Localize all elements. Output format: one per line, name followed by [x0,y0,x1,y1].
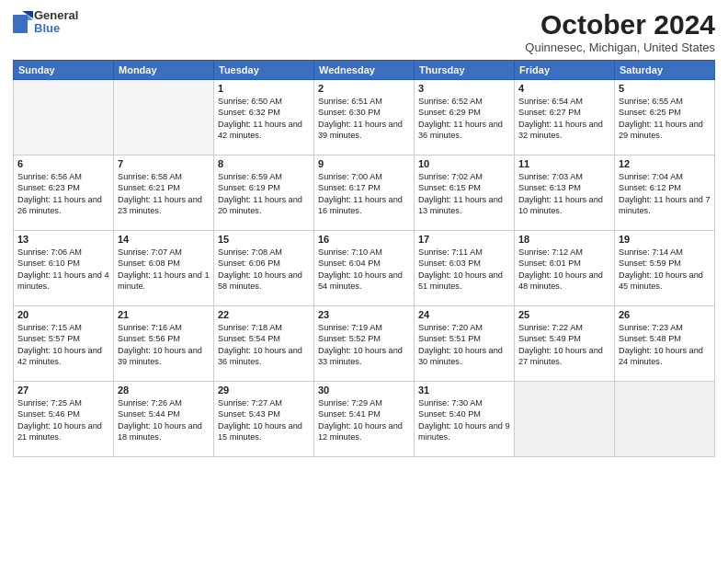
day-info: Sunrise: 7:23 AMSunset: 5:48 PMDaylight:… [619,322,711,368]
day-info: Sunrise: 6:55 AMSunset: 6:25 PMDaylight:… [619,96,711,142]
day-info: Sunrise: 7:25 AMSunset: 5:46 PMDaylight:… [17,397,109,443]
day-info: Sunrise: 7:00 AMSunset: 6:17 PMDaylight:… [318,171,410,217]
day-number: 6 [17,158,109,169]
month-title: October 2024 [525,9,715,40]
day-number: 29 [218,385,310,396]
calendar-cell: 14Sunrise: 7:07 AMSunset: 6:08 PMDayligh… [114,231,214,306]
day-number: 11 [518,158,610,169]
day-number: 7 [118,158,210,169]
logo-line1: General [34,9,78,22]
day-number: 2 [318,83,410,94]
calendar-cell: 25Sunrise: 7:22 AMSunset: 5:49 PMDayligh… [515,306,615,382]
day-number: 30 [318,385,410,396]
day-number: 24 [418,309,510,320]
weekday-header-friday: Friday [515,61,615,80]
day-number: 20 [17,309,109,320]
day-info: Sunrise: 7:03 AMSunset: 6:13 PMDaylight:… [518,171,610,217]
day-info: Sunrise: 6:56 AMSunset: 6:23 PMDaylight:… [17,171,109,217]
day-number: 5 [619,83,711,94]
day-info: Sunrise: 7:27 AMSunset: 5:43 PMDaylight:… [218,397,310,443]
day-info: Sunrise: 7:04 AMSunset: 6:12 PMDaylight:… [619,171,711,217]
calendar-cell: 18Sunrise: 7:12 AMSunset: 6:01 PMDayligh… [515,231,615,306]
calendar-cell: 3Sunrise: 6:52 AMSunset: 6:29 PMDaylight… [415,80,515,155]
day-info: Sunrise: 6:52 AMSunset: 6:29 PMDaylight:… [418,96,510,142]
day-info: Sunrise: 7:18 AMSunset: 5:54 PMDaylight:… [218,322,310,368]
day-info: Sunrise: 7:16 AMSunset: 5:56 PMDaylight:… [118,322,210,368]
calendar-cell: 13Sunrise: 7:06 AMSunset: 6:10 PMDayligh… [14,231,114,306]
weekday-header-tuesday: Tuesday [214,61,314,80]
logo-text: General Blue [34,9,78,36]
day-info: Sunrise: 7:26 AMSunset: 5:44 PMDaylight:… [118,397,210,443]
calendar-cell: 16Sunrise: 7:10 AMSunset: 6:04 PMDayligh… [314,231,415,306]
calendar-cell: 12Sunrise: 7:04 AMSunset: 6:12 PMDayligh… [615,155,715,231]
day-info: Sunrise: 7:06 AMSunset: 6:10 PMDaylight:… [17,247,109,293]
calendar-cell: 31Sunrise: 7:30 AMSunset: 5:40 PMDayligh… [415,382,515,457]
day-number: 15 [218,234,310,245]
day-number: 9 [318,158,410,169]
calendar-cell [114,80,214,155]
calendar-week-3: 13Sunrise: 7:06 AMSunset: 6:10 PMDayligh… [14,231,715,306]
day-number: 21 [118,309,210,320]
day-info: Sunrise: 7:15 AMSunset: 5:57 PMDaylight:… [17,322,109,368]
calendar-cell: 26Sunrise: 7:23 AMSunset: 5:48 PMDayligh… [615,306,715,382]
weekday-header-row: SundayMondayTuesdayWednesdayThursdayFrid… [14,61,715,80]
day-info: Sunrise: 6:51 AMSunset: 6:30 PMDaylight:… [318,96,410,142]
calendar-cell: 24Sunrise: 7:20 AMSunset: 5:51 PMDayligh… [415,306,515,382]
calendar-cell: 23Sunrise: 7:19 AMSunset: 5:52 PMDayligh… [314,306,415,382]
day-number: 13 [17,234,109,245]
logo-icon [13,11,31,33]
calendar-cell: 7Sunrise: 6:58 AMSunset: 6:21 PMDaylight… [114,155,214,231]
calendar-cell: 22Sunrise: 7:18 AMSunset: 5:54 PMDayligh… [214,306,314,382]
day-number: 18 [518,234,610,245]
calendar-cell: 1Sunrise: 6:50 AMSunset: 6:32 PMDaylight… [214,80,314,155]
calendar-body: 1Sunrise: 6:50 AMSunset: 6:32 PMDaylight… [14,80,715,457]
day-info: Sunrise: 6:59 AMSunset: 6:19 PMDaylight:… [218,171,310,217]
day-number: 28 [118,385,210,396]
calendar-week-1: 1Sunrise: 6:50 AMSunset: 6:32 PMDaylight… [14,80,715,155]
title-block: October 2024 Quinnesec, Michigan, United… [525,9,715,54]
day-info: Sunrise: 6:54 AMSunset: 6:27 PMDaylight:… [518,96,610,142]
day-number: 17 [418,234,510,245]
logo: General Blue [13,9,78,36]
day-info: Sunrise: 7:29 AMSunset: 5:41 PMDaylight:… [318,397,410,443]
calendar-cell: 4Sunrise: 6:54 AMSunset: 6:27 PMDaylight… [515,80,615,155]
calendar-week-4: 20Sunrise: 7:15 AMSunset: 5:57 PMDayligh… [14,306,715,382]
calendar-cell: 17Sunrise: 7:11 AMSunset: 6:03 PMDayligh… [415,231,515,306]
weekday-header-saturday: Saturday [615,61,715,80]
day-info: Sunrise: 7:07 AMSunset: 6:08 PMDaylight:… [118,247,210,293]
calendar-cell: 27Sunrise: 7:25 AMSunset: 5:46 PMDayligh… [14,382,114,457]
day-number: 8 [218,158,310,169]
calendar-cell: 21Sunrise: 7:16 AMSunset: 5:56 PMDayligh… [114,306,214,382]
calendar-cell: 28Sunrise: 7:26 AMSunset: 5:44 PMDayligh… [114,382,214,457]
calendar-cell: 8Sunrise: 6:59 AMSunset: 6:19 PMDaylight… [214,155,314,231]
calendar-cell [615,382,715,457]
day-number: 12 [619,158,711,169]
day-number: 26 [619,309,711,320]
calendar-week-5: 27Sunrise: 7:25 AMSunset: 5:46 PMDayligh… [14,382,715,457]
day-number: 27 [17,385,109,396]
logo-line2: Blue [34,22,78,35]
day-number: 14 [118,234,210,245]
calendar-cell: 20Sunrise: 7:15 AMSunset: 5:57 PMDayligh… [14,306,114,382]
day-info: Sunrise: 7:10 AMSunset: 6:04 PMDaylight:… [318,247,410,293]
day-info: Sunrise: 6:58 AMSunset: 6:21 PMDaylight:… [118,171,210,217]
calendar-cell: 19Sunrise: 7:14 AMSunset: 5:59 PMDayligh… [615,231,715,306]
weekday-header-wednesday: Wednesday [314,61,415,80]
day-number: 31 [418,385,510,396]
day-info: Sunrise: 7:22 AMSunset: 5:49 PMDaylight:… [518,322,610,368]
day-number: 10 [418,158,510,169]
day-info: Sunrise: 7:30 AMSunset: 5:40 PMDaylight:… [418,397,510,443]
calendar-cell: 9Sunrise: 7:00 AMSunset: 6:17 PMDaylight… [314,155,415,231]
calendar-cell: 30Sunrise: 7:29 AMSunset: 5:41 PMDayligh… [314,382,415,457]
calendar-cell: 11Sunrise: 7:03 AMSunset: 6:13 PMDayligh… [515,155,615,231]
day-number: 22 [218,309,310,320]
day-info: Sunrise: 7:14 AMSunset: 5:59 PMDaylight:… [619,247,711,293]
calendar-cell: 2Sunrise: 6:51 AMSunset: 6:30 PMDaylight… [314,80,415,155]
calendar: SundayMondayTuesdayWednesdayThursdayFrid… [13,60,715,457]
day-number: 16 [318,234,410,245]
day-number: 3 [418,83,510,94]
day-number: 4 [518,83,610,94]
weekday-header-sunday: Sunday [14,61,114,80]
day-info: Sunrise: 7:19 AMSunset: 5:52 PMDaylight:… [318,322,410,368]
day-info: Sunrise: 7:12 AMSunset: 6:01 PMDaylight:… [518,247,610,293]
